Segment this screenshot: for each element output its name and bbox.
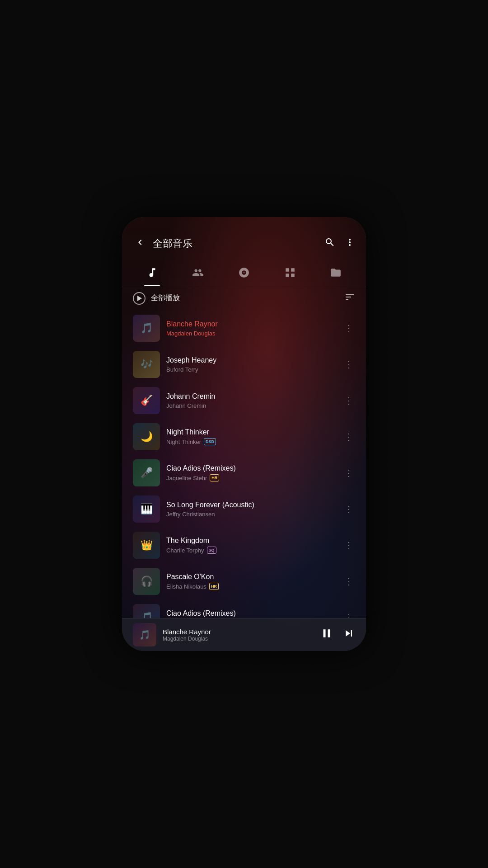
song-item[interactable]: 🎶 Joseph Heaney Buford Terry ⋮: [122, 346, 366, 382]
song-item[interactable]: 🎹 So Long Forever (Acoustic) Jeffry Chri…: [122, 491, 366, 527]
song-thumbnail: 👑: [133, 532, 160, 559]
song-artist-row: Night Thinker DSD: [166, 438, 336, 445]
song-thumbnail: 🎧: [133, 568, 160, 595]
song-thumbnail: 🎵: [133, 604, 160, 618]
back-button[interactable]: [133, 235, 147, 252]
song-info: Ciao Adios (Remixes) Jaqueline Stehr HR: [166, 464, 336, 481]
song-more-button[interactable]: ⋮: [343, 464, 355, 482]
folder-icon: [330, 267, 342, 280]
tab-playlists[interactable]: [277, 263, 303, 284]
song-artist-row: Elisha Nikolaus HR: [166, 583, 336, 590]
mini-player: 🎵 Blanche Raynor Magdalen Douglas: [122, 618, 366, 651]
song-thumbnail: 🎶: [133, 351, 160, 378]
song-title: Blanche Raynor: [166, 320, 336, 328]
song-title: So Long Forever (Acoustic): [166, 501, 336, 509]
song-more-button[interactable]: ⋮: [343, 355, 355, 373]
mini-player-thumb: 🎵: [133, 623, 156, 646]
thumb-art: 👑: [133, 532, 160, 559]
song-title: Ciao Adios (Remixes): [166, 464, 336, 472]
song-artist-row: Magdalen Douglas: [166, 330, 336, 337]
song-artist-row: Jeffry Christiansen: [166, 511, 336, 518]
grid-icon: [284, 267, 296, 280]
song-info: The Kingdom Charlie Torphy SQ: [166, 537, 336, 554]
phone-frame: 全部音乐: [122, 217, 366, 651]
song-info: Night Thinker Night Thinker DSD: [166, 428, 336, 445]
song-title: Pascale O'Kon: [166, 573, 336, 581]
song-artist: Buford Terry: [166, 366, 198, 373]
album-icon: [238, 267, 250, 280]
mini-player-artist: Magdalen Douglas: [163, 636, 314, 642]
song-title: Joseph Heaney: [166, 356, 336, 364]
song-item[interactable]: 🎵 Blanche Raynor Magdalen Douglas ⋮: [122, 310, 366, 346]
thumb-art: 🌙: [133, 423, 160, 450]
pause-button[interactable]: [320, 627, 333, 643]
more-menu-icon[interactable]: [344, 237, 355, 250]
song-title: The Kingdom: [166, 537, 336, 545]
song-artist: Charlie Torphy: [166, 547, 204, 554]
quality-badge: HR: [209, 583, 219, 590]
song-item[interactable]: 👑 The Kingdom Charlie Torphy SQ ⋮: [122, 527, 366, 563]
song-artist-row: Buford Terry: [166, 366, 336, 373]
song-more-button[interactable]: ⋮: [343, 428, 355, 446]
song-thumbnail: 🎵: [133, 315, 160, 342]
song-item[interactable]: 🎵 Ciao Adios (Remixes) Willis Osinski ⋮: [122, 599, 366, 618]
song-title: Ciao Adios (Remixes): [166, 609, 336, 618]
song-artist-row: Johann Cremin: [166, 402, 336, 409]
header: 全部音乐: [122, 217, 366, 259]
mini-thumb-emoji: 🎵: [139, 629, 150, 640]
song-artist: Night Thinker: [166, 439, 201, 445]
search-icon[interactable]: [324, 237, 335, 250]
next-button[interactable]: [343, 627, 355, 642]
tab-albums[interactable]: [231, 263, 257, 284]
thumb-art: 🎵: [133, 604, 160, 618]
quality-badge: DSD: [204, 438, 216, 445]
song-title: Night Thinker: [166, 428, 336, 436]
song-artist-row: Jaqueline Stehr HR: [166, 474, 336, 481]
thumb-art: 🎹: [133, 495, 160, 523]
song-info: Blanche Raynor Magdalen Douglas: [166, 320, 336, 337]
nav-tabs: [122, 259, 366, 286]
song-artist: Magdalen Douglas: [166, 330, 215, 337]
song-more-button[interactable]: ⋮: [343, 536, 355, 554]
quality-badge: SQ: [207, 547, 216, 554]
song-artist-row: Charlie Torphy SQ: [166, 547, 336, 554]
music-note-icon: [146, 267, 158, 280]
play-all-button[interactable]: [133, 292, 145, 305]
quality-badge: HR: [210, 474, 219, 481]
song-thumbnail: 🎸: [133, 387, 160, 414]
song-item[interactable]: 🎧 Pascale O'Kon Elisha Nikolaus HR ⋮: [122, 563, 366, 599]
thumb-art: 🎤: [133, 459, 160, 486]
thumb-art: 🎶: [133, 351, 160, 378]
song-info: So Long Forever (Acoustic) Jeffry Christ…: [166, 501, 336, 518]
play-all-label: 全部播放: [151, 293, 339, 303]
song-artist: Jaqueline Stehr: [166, 475, 207, 481]
song-item[interactable]: 🌙 Night Thinker Night Thinker DSD ⋮: [122, 419, 366, 455]
song-thumbnail: 🎤: [133, 459, 160, 486]
mini-player-controls: [320, 627, 355, 643]
mini-player-info: Blanche Raynor Magdalen Douglas: [163, 628, 314, 642]
tab-folders[interactable]: [323, 263, 349, 284]
sort-button[interactable]: [344, 292, 355, 305]
song-more-button[interactable]: ⋮: [343, 572, 355, 590]
thumb-art: 🎸: [133, 387, 160, 414]
play-all-bar: 全部播放: [122, 286, 366, 310]
song-list: 🎵 Blanche Raynor Magdalen Douglas ⋮ 🎶 Jo…: [122, 310, 366, 618]
song-more-button[interactable]: ⋮: [343, 609, 355, 618]
thumb-art: 🎵: [133, 315, 160, 342]
tab-artists[interactable]: [185, 263, 211, 284]
song-info: Johann Cremin Johann Cremin: [166, 392, 336, 409]
song-more-button[interactable]: ⋮: [343, 392, 355, 410]
song-artist: Jeffry Christiansen: [166, 511, 215, 518]
song-item[interactable]: 🎤 Ciao Adios (Remixes) Jaqueline Stehr H…: [122, 455, 366, 491]
song-item[interactable]: 🎸 Johann Cremin Johann Cremin ⋮: [122, 382, 366, 419]
song-artist: Elisha Nikolaus: [166, 583, 206, 590]
tab-songs[interactable]: [139, 263, 165, 284]
song-info: Joseph Heaney Buford Terry: [166, 356, 336, 373]
page-title: 全部音乐: [153, 237, 319, 250]
person-icon: [192, 267, 204, 280]
thumb-art: 🎧: [133, 568, 160, 595]
song-title: Johann Cremin: [166, 392, 336, 401]
song-more-button[interactable]: ⋮: [343, 500, 355, 518]
song-artist: Johann Cremin: [166, 402, 206, 409]
song-more-button[interactable]: ⋮: [343, 319, 355, 337]
